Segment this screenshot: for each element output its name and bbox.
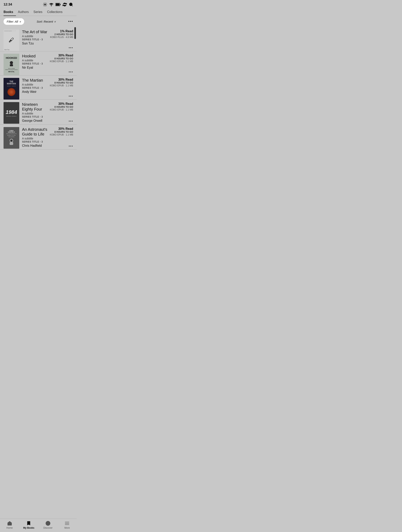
book-title: An Astronaut's Guide to Life <box>22 127 48 137</box>
tab-books[interactable]: Books <box>4 8 16 16</box>
book-item[interactable]: HOOKED How to BuildHabit-Forming Product… <box>0 51 77 76</box>
book-series: SERIES TITLE - 3 <box>22 115 48 118</box>
book-info: An Astronaut's Guide to Life A subtitle … <box>22 127 48 149</box>
book-item[interactable]: 1984 GEORGE ORWELL Nineteen Eighty Four … <box>0 100 77 125</box>
book-subtitle: A subtitle <box>22 59 48 62</box>
book-title: The Art of War <box>22 30 48 34</box>
book-info: Nineteen Eighty Four A subtitle SERIES T… <box>22 102 48 125</box>
book-subtitle: A subtitle <box>22 112 48 115</box>
book-format: KOBO EPUB · 1.1 MB <box>48 133 73 136</box>
brightness-icon <box>43 2 47 7</box>
svg-rect-16 <box>10 64 13 66</box>
search-icon[interactable] <box>69 2 73 7</box>
svg-point-15 <box>10 61 13 64</box>
status-time: 12:34 <box>4 3 12 6</box>
book-time: 2 HOURS TO GO <box>48 33 73 36</box>
nav-my-books[interactable]: My Books <box>19 519 38 532</box>
more-icon <box>64 521 70 526</box>
astronaut-icon <box>8 139 14 146</box>
svg-point-9 <box>51 6 51 6</box>
nav-more-label: More <box>64 526 70 529</box>
filter-button[interactable]: Filter: All ∨ <box>4 18 24 25</box>
svg-line-7 <box>46 3 46 4</box>
filter-label: Filter: All <box>7 20 18 23</box>
sort-label: Sort: Recent <box>37 20 53 23</box>
book-format: KOBO EPUB · 1.1 MB <box>48 84 73 87</box>
book-item[interactable]: THE MARTIAN ANDY WEIR The Martian A subt… <box>0 76 77 100</box>
book-read-pct: 1% Read <box>48 30 73 33</box>
sort-button[interactable]: Sort: Recent ∨ <box>37 20 56 23</box>
svg-line-8 <box>44 6 44 6</box>
book-title: Nineteen Eighty Four <box>22 102 48 112</box>
nav-discover-label: Discover <box>43 526 52 529</box>
book-list: ooooooooo ↑ ↑ ↑ 🖋 Sun Tzu The Art of War… <box>0 27 77 164</box>
book-author: Andy Weir <box>22 90 48 94</box>
svg-rect-11 <box>60 4 61 5</box>
sync-icon <box>63 2 67 7</box>
filter-bar: Filter: All ∨ Sort: Recent ∨ ••• <box>0 16 77 27</box>
discover-icon <box>45 521 51 526</box>
svg-line-5 <box>44 3 44 4</box>
svg-line-6 <box>46 6 46 6</box>
book-time: 8 HOURS TO GO <box>48 82 73 84</box>
book-more-button[interactable]: ••• <box>69 70 73 74</box>
book-title: The Martian <box>22 78 48 82</box>
martian-planet <box>7 88 15 96</box>
status-bar: 12:34 <box>0 0 77 8</box>
book-subtitle: A subtitle <box>22 35 48 38</box>
status-icons <box>43 2 73 7</box>
svg-line-14 <box>72 5 73 6</box>
tab-series[interactable]: Series <box>33 8 45 16</box>
book-more-button[interactable]: ••• <box>69 119 73 123</box>
book-more-button[interactable]: ••• <box>69 46 73 50</box>
nav-more[interactable]: More <box>58 519 77 532</box>
book-author: Sun Tzu <box>22 42 48 45</box>
nav-home[interactable]: Home <box>0 519 19 532</box>
book-info: The Art of War A subtitle SERIES TITLE -… <box>22 30 48 51</box>
book-cover-art-of-war: ooooooooo ↑ ↑ ↑ 🖋 Sun Tzu <box>4 30 19 51</box>
book-read-pct: 30% Read <box>48 78 73 82</box>
book-author: Chris Hadfield <box>22 144 48 147</box>
book-read-pct: 30% Read <box>48 102 73 106</box>
book-series: SERIES TITLE - 3 <box>22 140 48 143</box>
book-read-pct: 30% Read <box>48 54 73 57</box>
svg-rect-19 <box>10 142 13 145</box>
nav-discover[interactable]: Discover <box>38 519 58 532</box>
book-cover-astronaut: CHRISHADFIELD An Astronaut'sGuide to Lif… <box>4 127 19 149</box>
sort-chevron-icon: ∨ <box>54 20 56 23</box>
tab-bar: Books Authors Series Collections <box>0 8 77 16</box>
book-series: SERIES TITLE - 3 <box>22 87 48 89</box>
book-read-pct: 30% Read <box>48 127 73 131</box>
book-more-button[interactable]: ••• <box>69 95 73 98</box>
book-info: The Martian A subtitle SERIES TITLE - 3 … <box>22 78 48 100</box>
svg-point-18 <box>10 139 13 142</box>
filter-chevron-icon: ∨ <box>19 20 21 23</box>
more-options-button[interactable]: ••• <box>68 19 73 24</box>
bottom-nav: Home My Books Discover More <box>0 519 77 532</box>
book-title: Hooked <box>22 54 48 58</box>
tab-collections[interactable]: Collections <box>47 8 65 16</box>
book-format: KOBO PLUS · 4.6 MB <box>48 36 73 38</box>
book-more-button[interactable]: ••• <box>69 144 73 148</box>
tab-authors[interactable]: Authors <box>18 8 32 16</box>
book-list-inner: ooooooooo ↑ ↑ ↑ 🖋 Sun Tzu The Art of War… <box>0 27 77 150</box>
battery-icon <box>56 3 61 6</box>
book-series: SERIES TITLE - 3 <box>22 38 48 41</box>
wifi-icon <box>49 2 53 7</box>
book-series: SERIES TITLE - 3 <box>22 62 48 65</box>
book-author: Nir Eyal <box>22 66 48 70</box>
book-cover-martian: THE MARTIAN ANDY WEIR <box>4 78 19 100</box>
nav-home-label: Home <box>6 526 13 529</box>
book-format: KOBO EPUB · 1.1 MB <box>48 108 73 111</box>
book-item[interactable]: ooooooooo ↑ ↑ ↑ 🖋 Sun Tzu The Art of War… <box>0 27 77 51</box>
nav-my-books-label: My Books <box>23 526 34 529</box>
book-item[interactable]: CHRISHADFIELD An Astronaut'sGuide to Lif… <box>0 125 77 150</box>
book-info: Hooked A subtitle SERIES TITLE - 3 Nir E… <box>22 54 48 75</box>
book-time: 8 HOURS TO GO <box>48 131 73 133</box>
book-author: George Orwell <box>22 119 48 122</box>
book-subtitle: A subtitle <box>22 83 48 86</box>
home-icon <box>7 521 12 526</box>
my-books-icon <box>26 521 31 526</box>
hooked-head-icon <box>8 60 14 67</box>
book-time: 8 HOURS TO GO <box>48 106 73 108</box>
